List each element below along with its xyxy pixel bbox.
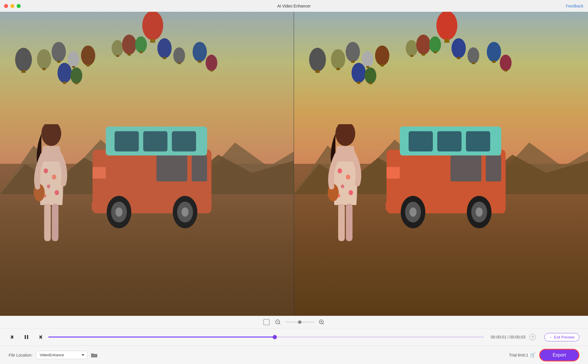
svg-rect-70 xyxy=(380,64,384,67)
exit-preview-button[interactable]: ← Exit Preview xyxy=(544,333,579,341)
cart-icon: 🛒 xyxy=(530,352,536,358)
svg-rect-7 xyxy=(42,68,46,70)
zoom-slider[interactable] xyxy=(285,322,314,323)
svg-rect-95 xyxy=(486,155,501,182)
svg-point-101 xyxy=(476,208,483,217)
help-button[interactable]: ? xyxy=(529,334,536,340)
svg-point-104 xyxy=(336,124,355,146)
progress-thumb xyxy=(273,335,277,339)
current-time: 00:00:01 xyxy=(491,335,506,339)
window-controls xyxy=(4,4,21,8)
svg-point-22 xyxy=(135,36,147,53)
svg-point-67 xyxy=(362,51,374,67)
rewind-button[interactable] xyxy=(9,332,18,342)
svg-point-77 xyxy=(416,35,431,55)
svg-point-10 xyxy=(67,51,79,67)
video-panel-right xyxy=(294,12,588,316)
svg-rect-114 xyxy=(264,319,269,325)
pause-button[interactable] xyxy=(22,332,31,342)
svg-point-30 xyxy=(206,54,217,71)
svg-rect-102 xyxy=(387,167,400,179)
svg-point-81 xyxy=(452,38,466,58)
svg-rect-66 xyxy=(351,61,355,63)
svg-point-26 xyxy=(173,47,185,64)
svg-point-24 xyxy=(157,38,172,58)
svg-rect-34 xyxy=(115,131,139,151)
svg-rect-80 xyxy=(434,51,437,53)
svg-point-109 xyxy=(349,190,353,195)
svg-rect-35 xyxy=(143,131,167,151)
video-container xyxy=(0,12,588,316)
svg-rect-64 xyxy=(336,68,340,70)
svg-rect-94 xyxy=(450,155,481,182)
svg-point-69 xyxy=(375,46,389,66)
svg-rect-48 xyxy=(40,161,63,205)
svg-rect-37 xyxy=(156,155,187,182)
export-button[interactable]: Export xyxy=(539,349,579,361)
total-time: 00:00:03 xyxy=(510,335,525,339)
svg-rect-93 xyxy=(466,131,490,151)
playback-bar: 00:00:01 / 00:00:03 ? ← Exit Preview xyxy=(0,328,588,346)
svg-rect-3 xyxy=(150,39,155,43)
bottom-bar: File Location: VideoEnhance Desktop Down… xyxy=(0,346,588,364)
svg-rect-68 xyxy=(366,66,369,68)
van-right xyxy=(382,115,514,231)
svg-rect-45 xyxy=(92,167,106,179)
zoom-in-button[interactable] xyxy=(318,318,326,326)
svg-point-106 xyxy=(338,168,342,173)
feedback-link[interactable]: Feedback xyxy=(566,4,583,8)
folder-browse-button[interactable] xyxy=(91,352,97,358)
svg-rect-38 xyxy=(192,155,207,182)
zoom-bar xyxy=(0,316,588,328)
titlebar: AI Video Enhancer Feedback xyxy=(0,0,588,12)
svg-rect-9 xyxy=(57,61,61,63)
svg-rect-5 xyxy=(22,70,26,73)
svg-rect-103 xyxy=(386,202,401,211)
svg-rect-17 xyxy=(75,82,78,84)
svg-marker-126 xyxy=(40,335,42,339)
svg-rect-54 xyxy=(44,204,51,241)
svg-point-87 xyxy=(500,54,512,71)
crop-button[interactable] xyxy=(262,318,270,326)
video-area xyxy=(0,12,588,316)
svg-rect-74 xyxy=(369,82,372,84)
maximize-button[interactable] xyxy=(17,4,21,8)
svg-rect-25 xyxy=(163,57,166,59)
svg-rect-23 xyxy=(140,51,143,53)
minimize-button[interactable] xyxy=(10,4,14,8)
svg-rect-82 xyxy=(457,57,461,59)
svg-rect-36 xyxy=(172,131,196,151)
svg-line-117 xyxy=(279,323,280,324)
svg-rect-72 xyxy=(357,81,360,84)
svg-point-71 xyxy=(351,63,366,83)
svg-point-41 xyxy=(115,208,123,217)
svg-point-61 xyxy=(309,48,326,72)
svg-rect-92 xyxy=(437,131,461,151)
person-right xyxy=(323,124,368,261)
svg-point-73 xyxy=(365,67,376,84)
svg-rect-27 xyxy=(178,62,181,64)
svg-point-59 xyxy=(436,12,457,40)
file-location-label: File Location: xyxy=(9,353,32,357)
svg-point-44 xyxy=(181,208,189,217)
svg-point-8 xyxy=(52,42,66,62)
zoom-out-button[interactable] xyxy=(274,318,282,326)
scene-right xyxy=(294,12,588,316)
svg-point-4 xyxy=(15,48,32,72)
folder-select[interactable]: VideoEnhance Desktop Downloads xyxy=(36,351,88,359)
app-title: AI Video Enhancer xyxy=(277,4,311,8)
svg-point-14 xyxy=(57,63,72,83)
time-separator: / xyxy=(508,335,509,339)
svg-point-6 xyxy=(37,49,51,69)
svg-rect-112 xyxy=(346,204,353,241)
svg-point-52 xyxy=(55,190,59,195)
forward-button[interactable] xyxy=(35,332,44,342)
svg-rect-125 xyxy=(27,335,28,339)
svg-point-83 xyxy=(467,47,479,64)
svg-point-63 xyxy=(331,49,345,69)
svg-rect-105 xyxy=(334,161,357,205)
close-button[interactable] xyxy=(4,4,8,8)
svg-rect-124 xyxy=(25,335,26,339)
svg-rect-55 xyxy=(52,204,59,241)
progress-bar[interactable] xyxy=(48,336,484,338)
